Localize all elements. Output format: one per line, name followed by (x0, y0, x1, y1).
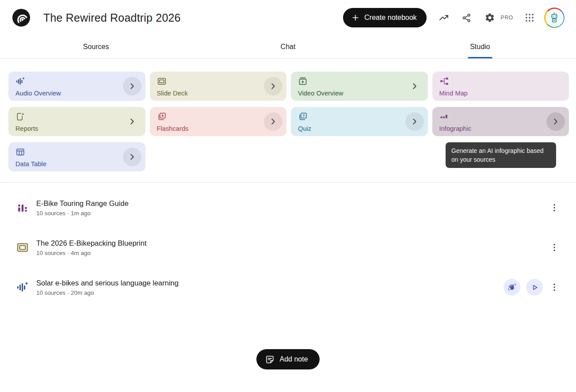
note-icon (265, 355, 275, 364)
header: The Rewired Roadtrip 2026 Create noteboo… (0, 0, 576, 35)
chevron-right-icon[interactable] (264, 112, 282, 131)
header-actions: Create notebook (343, 8, 565, 28)
kebab-menu-icon (549, 243, 559, 252)
artifact-actions (549, 199, 560, 216)
chevron-right-icon[interactable] (264, 77, 282, 95)
card-label: Slide Deck (157, 90, 264, 97)
tab-sources[interactable]: Sources (0, 35, 192, 58)
artifact-meta: 10 sources · 1m ago (36, 210, 129, 217)
artifact-row-slide-deck[interactable]: The 2026 E-Bikepacking Blueprint 10 sour… (0, 228, 576, 267)
chevron-right-icon[interactable] (123, 112, 141, 131)
tabbar: Sources Chat Studio (0, 35, 576, 59)
report-sparkle-icon (15, 112, 25, 121)
tab-sources-label: Sources (83, 43, 109, 51)
tab-chat-label: Chat (281, 43, 296, 51)
card-flashcards[interactable]: Flashcards (150, 107, 287, 136)
artifact-title: E-Bike Touring Range Guide (36, 199, 129, 208)
card-label: Video Overview (298, 90, 405, 97)
audio-waveform-sparkle-icon (17, 282, 28, 293)
create-notebook-label: Create notebook (364, 14, 416, 22)
card-data-table[interactable]: Data Table (8, 142, 145, 171)
card-label: Quiz (298, 125, 405, 132)
add-note-label: Add note (279, 355, 308, 363)
card-mind-map[interactable]: Mind Map (432, 72, 569, 101)
svg-text:?: ? (302, 114, 305, 118)
notebooklm-logo-icon (12, 9, 30, 27)
data-table-icon (15, 148, 25, 156)
kebab-menu-icon (549, 203, 559, 213)
artifact-text: Solar e-bikes and serious language learn… (36, 279, 179, 296)
card-reports[interactable]: Reports (8, 107, 145, 136)
plus-icon (351, 13, 360, 22)
card-slide-deck[interactable]: Slide Deck (150, 72, 287, 101)
chevron-right-icon[interactable] (123, 77, 141, 95)
analytics-button[interactable] (434, 8, 454, 28)
avatar-robot-image (545, 9, 564, 27)
notebooklm-page: The Rewired Roadtrip 2026 Create noteboo… (0, 0, 576, 392)
card-quiz[interactable]: ? Quiz (291, 107, 428, 136)
tab-studio-label: Studio (470, 43, 490, 51)
play-audio-button[interactable] (526, 279, 543, 296)
slide-deck-icon (17, 242, 28, 253)
infographic-bars-icon (439, 112, 449, 121)
card-label: Reports (15, 125, 122, 132)
artifact-list: E-Bike Touring Range Guide 10 sources · … (0, 183, 576, 307)
interactive-mode-hand-icon (507, 283, 516, 292)
slide-deck-icon (157, 77, 167, 86)
addnote-container: Add note (0, 349, 576, 369)
video-overview-icon (298, 77, 308, 86)
artifact-row-infographic[interactable]: E-Bike Touring Range Guide 10 sources · … (0, 188, 576, 228)
card-infographic[interactable]: Infographic (432, 107, 569, 136)
settings-gear-icon (484, 12, 495, 23)
chevron-right-icon[interactable] (405, 77, 424, 95)
audio-waveform-sparkle-icon (15, 77, 25, 86)
settings-button[interactable] (480, 8, 500, 28)
flashcards-star-icon (157, 112, 167, 121)
artifact-text: E-Bike Touring Range Guide 10 sources · … (36, 199, 129, 217)
apps-grid-icon (524, 12, 535, 23)
quiz-cards-icon: ? (298, 112, 308, 121)
share-button[interactable] (457, 8, 477, 28)
infographic-tooltip: Generate an AI infographic based on your… (446, 142, 556, 168)
artifact-title: The 2026 E-Bikepacking Blueprint (36, 239, 146, 247)
artifact-actions (504, 279, 560, 296)
artifact-title: Solar e-bikes and serious language learn… (36, 279, 179, 287)
kebab-menu-icon (549, 282, 559, 292)
chevron-right-icon[interactable] (123, 148, 141, 166)
tab-studio[interactable]: Studio (384, 35, 576, 58)
google-apps-button[interactable] (519, 8, 540, 28)
more-options-button[interactable] (549, 199, 560, 216)
share-icon (462, 13, 472, 23)
card-label: Audio Overview (15, 90, 122, 97)
robot-icon (548, 11, 561, 24)
card-video-overview[interactable]: Video Overview (291, 72, 428, 101)
artifact-meta: 10 sources · 20m ago (36, 289, 179, 296)
card-label: Infographic (439, 125, 546, 132)
add-note-button[interactable]: Add note (256, 349, 319, 369)
card-label: Flashcards (157, 125, 264, 132)
infographic-chart-icon (17, 202, 28, 213)
interactive-mode-button[interactable] (504, 279, 520, 296)
pro-plan-badge: PRO (501, 15, 513, 21)
chevron-right-icon[interactable] (546, 112, 565, 131)
chevron-right-icon[interactable] (405, 112, 424, 131)
account-avatar[interactable] (544, 8, 565, 28)
notebooklm-logo[interactable] (12, 9, 30, 27)
card-label: Mind Map (439, 90, 546, 97)
artifact-actions (549, 239, 560, 256)
active-tab-underline (468, 57, 492, 58)
artifact-meta: 10 sources · 4m ago (36, 250, 146, 256)
play-icon (530, 283, 539, 292)
more-options-button[interactable] (549, 239, 560, 256)
artifact-row-audio[interactable]: Solar e-bikes and serious language learn… (0, 267, 576, 307)
card-label: Data Table (15, 160, 122, 167)
artifact-text: The 2026 E-Bikepacking Blueprint 10 sour… (36, 239, 146, 256)
more-options-button[interactable] (549, 279, 560, 296)
notebook-title[interactable]: The Rewired Roadtrip 2026 (43, 11, 181, 24)
mind-map-icon (439, 77, 449, 86)
card-audio-overview[interactable]: Audio Overview (8, 72, 145, 101)
trending-up-icon (439, 12, 449, 23)
create-notebook-button[interactable]: Create notebook (343, 8, 426, 27)
tab-chat[interactable]: Chat (192, 35, 384, 58)
